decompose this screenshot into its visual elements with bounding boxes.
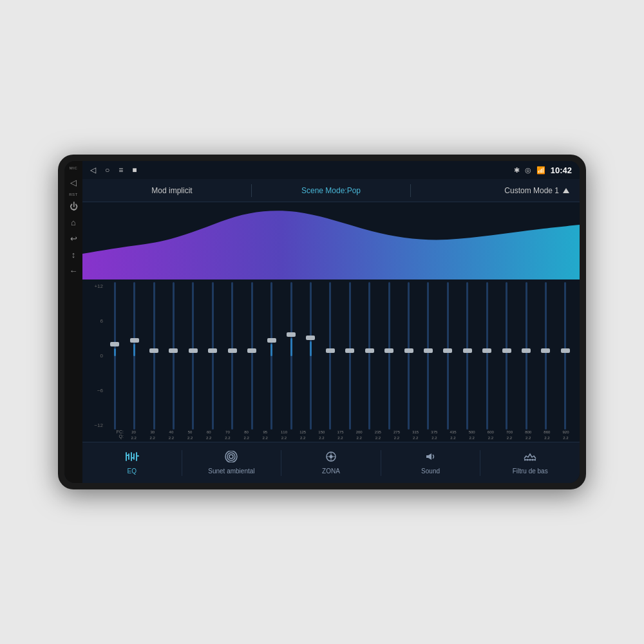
eq-band-500 bbox=[459, 282, 477, 430]
q-label-275: 2.2 bbox=[394, 435, 399, 440]
fc-label-50: 50 bbox=[188, 430, 193, 435]
freq-col-30: 302.2 bbox=[144, 430, 161, 440]
q-label-125: 2.2 bbox=[300, 435, 305, 440]
power-button[interactable]: ⏻ bbox=[68, 200, 79, 213]
eq-handle-435[interactable] bbox=[443, 348, 452, 353]
eq-handle-800[interactable] bbox=[522, 348, 531, 353]
q-label-20: 2.2 bbox=[131, 435, 136, 440]
db-neg6-label: −6 bbox=[88, 388, 106, 393]
q-label-600: 2.2 bbox=[488, 435, 493, 440]
home-button[interactable]: ⌂ bbox=[70, 216, 77, 229]
location-icon: ◎ bbox=[525, 166, 531, 175]
back-nav-button[interactable]: ◁ bbox=[90, 166, 96, 175]
q-label-235: 2.2 bbox=[375, 435, 381, 440]
mic-label: MIC bbox=[70, 166, 78, 170]
fc-label-435: 435 bbox=[450, 430, 457, 435]
eq-handle-600[interactable] bbox=[482, 348, 491, 353]
tab-ambient-label: Sunet ambiental bbox=[208, 468, 254, 475]
tab-sound[interactable]: Sound bbox=[381, 442, 480, 483]
mode-scene[interactable]: Scene Mode:Pop bbox=[252, 186, 410, 195]
eq-band-275 bbox=[380, 282, 398, 430]
fc-label-80: 80 bbox=[244, 430, 249, 435]
undo-button[interactable]: ↩ bbox=[69, 232, 79, 245]
freq-col-700: 7002.2 bbox=[500, 430, 518, 440]
q-label-150: 2.2 bbox=[319, 435, 324, 440]
q-label-700: 2.2 bbox=[507, 435, 512, 440]
eq-handle-125[interactable] bbox=[287, 332, 296, 337]
eq-handle-50[interactable] bbox=[169, 348, 178, 353]
eq-handle-700[interactable] bbox=[502, 348, 511, 353]
main-screen: ◁ ○ ≡ ■ ✱ ◎ 📶 10:42 Mod implicit Scene M… bbox=[82, 161, 580, 483]
tab-eq-label: EQ bbox=[128, 468, 137, 475]
eq-handle-40[interactable] bbox=[149, 348, 158, 353]
left-button[interactable]: ← bbox=[68, 265, 79, 277]
q-label-435: 2.2 bbox=[450, 435, 455, 440]
eq-handle-110[interactable] bbox=[267, 338, 276, 343]
eq-handle-860[interactable] bbox=[541, 348, 550, 353]
eq-handle-175[interactable] bbox=[326, 348, 335, 353]
fc-label-235: 235 bbox=[375, 430, 381, 435]
tab-bass[interactable]: Filtru de bas bbox=[480, 442, 580, 483]
freq-col-150: 1502.2 bbox=[313, 430, 330, 440]
dropdown-arrow-icon bbox=[563, 188, 569, 193]
eq-handle-500[interactable] bbox=[463, 348, 472, 353]
menu-nav-button[interactable]: ≡ bbox=[118, 166, 123, 175]
eq-handle-80[interactable] bbox=[228, 348, 237, 353]
fc-label-60: 60 bbox=[207, 430, 211, 435]
eq-fill-20 bbox=[114, 348, 116, 355]
mode-implicit[interactable]: Mod implicit bbox=[93, 186, 251, 195]
ambient-icon bbox=[224, 451, 238, 466]
eq-handle-275[interactable] bbox=[384, 348, 393, 353]
eq-track-200 bbox=[349, 282, 351, 430]
home-nav-button[interactable]: ○ bbox=[105, 166, 109, 175]
fc-q-headers: FC: Q: bbox=[106, 430, 124, 440]
freq-col-315: 3152.2 bbox=[407, 430, 424, 440]
side-panel: MIC ◁ RST ⏻ ⌂ ↩ ↕ ← bbox=[64, 161, 82, 483]
eq-handle-30[interactable] bbox=[130, 338, 139, 343]
q-label-800: 2.2 bbox=[526, 435, 531, 440]
eq-band-20 bbox=[106, 282, 124, 430]
eq-band-435 bbox=[439, 282, 457, 430]
add-button[interactable]: ↕ bbox=[70, 249, 77, 261]
tab-zona[interactable]: ZONA bbox=[281, 442, 381, 483]
freq-col-600: 6002.2 bbox=[482, 430, 499, 440]
eq-handle-315[interactable] bbox=[404, 348, 413, 353]
tab-sound-label: Sound bbox=[421, 468, 440, 475]
eq-band-70 bbox=[204, 282, 222, 430]
eq-band-315 bbox=[399, 282, 417, 430]
fc-label-315: 315 bbox=[412, 430, 419, 435]
fc-label-110: 110 bbox=[281, 430, 287, 435]
svg-point-8 bbox=[229, 455, 233, 459]
eq-band-60 bbox=[184, 282, 202, 430]
recent-nav-button[interactable]: ■ bbox=[132, 166, 137, 175]
eq-track-95 bbox=[251, 282, 253, 430]
eq-handle-920[interactable] bbox=[561, 348, 570, 353]
fc-label-600: 600 bbox=[488, 430, 494, 435]
freq-col-95: 952.2 bbox=[256, 430, 274, 440]
tab-eq[interactable]: EQ bbox=[82, 442, 182, 483]
eq-track-315 bbox=[408, 282, 410, 430]
eq-handle-375[interactable] bbox=[424, 348, 433, 353]
mode-custom[interactable]: Custom Mode 1 bbox=[411, 186, 569, 195]
eq-track-50 bbox=[173, 282, 175, 430]
freq-col-40: 402.2 bbox=[162, 430, 180, 440]
fc-label-375: 375 bbox=[431, 430, 437, 435]
eq-handle-235[interactable] bbox=[365, 348, 374, 353]
q-label-40: 2.2 bbox=[169, 435, 174, 440]
bottom-nav: EQ Sunet ambiental bbox=[82, 442, 580, 483]
eq-handle-150[interactable] bbox=[306, 336, 315, 340]
tab-ambient[interactable]: Sunet ambiental bbox=[182, 442, 281, 483]
eq-handle-20[interactable] bbox=[110, 342, 119, 346]
back-button[interactable]: ◁ bbox=[69, 176, 78, 189]
q-label-95: 2.2 bbox=[263, 435, 268, 440]
bass-icon bbox=[523, 451, 537, 466]
eq-band-860 bbox=[536, 282, 554, 430]
eq-handle-95[interactable] bbox=[247, 348, 256, 353]
fc-label-30: 30 bbox=[150, 430, 155, 435]
eq-track-700 bbox=[506, 282, 507, 430]
eq-handle-200[interactable] bbox=[345, 348, 354, 353]
eq-handle-60[interactable] bbox=[189, 348, 198, 353]
eq-handle-70[interactable] bbox=[208, 348, 217, 353]
fc-label-200: 200 bbox=[356, 430, 363, 435]
fc-label-500: 500 bbox=[469, 430, 475, 435]
